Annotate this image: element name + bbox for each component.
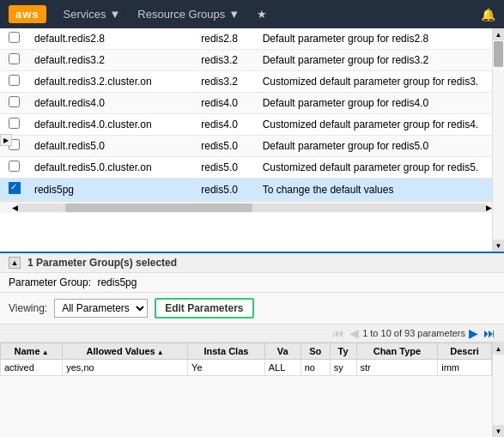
row-name: default.redis3.2 bbox=[29, 50, 196, 71]
prev-page-button[interactable]: ◀ bbox=[348, 326, 361, 340]
row-name: default.redis5.0.cluster.on bbox=[29, 157, 196, 179]
row-description: To change the default values bbox=[258, 179, 504, 201]
row-description: Default parameter group for redis2.8 bbox=[258, 28, 504, 50]
row-family: redis4.0 bbox=[196, 114, 257, 136]
row-checkbox[interactable] bbox=[9, 118, 20, 129]
column-header[interactable]: Descri bbox=[438, 343, 492, 360]
table-row[interactable]: default.redis5.0redis5.0Default paramete… bbox=[0, 136, 504, 157]
parameters-table: NameAllowed ValuesInsta ClasVaSoTyChan T… bbox=[0, 343, 492, 376]
checkbox-cell[interactable] bbox=[0, 157, 29, 179]
row-name: default.redis4.0.cluster.on bbox=[29, 114, 196, 136]
scroll-down-arrow[interactable]: ▼ bbox=[493, 240, 504, 252]
column-header[interactable]: Name bbox=[1, 343, 63, 360]
row-checkbox[interactable] bbox=[9, 161, 20, 172]
horizontal-scrollbar[interactable]: ◀ ▶ bbox=[0, 201, 504, 213]
bell-icon[interactable]: 🔔 bbox=[481, 8, 495, 21]
table-row[interactable]: default.redis3.2.cluster.onredis3.2Custo… bbox=[0, 71, 504, 93]
row-name: default.redis5.0 bbox=[29, 136, 196, 157]
row-checkbox[interactable] bbox=[9, 53, 20, 64]
resource-groups-menu[interactable]: Resource Groups ▼ bbox=[129, 0, 248, 28]
table-row[interactable]: redis5pgredis5.0To change the default va… bbox=[0, 179, 504, 201]
param-row[interactable]: activedyes,noYeALLnosystrimm bbox=[1, 360, 492, 376]
param-cell: yes,no bbox=[63, 360, 188, 376]
panel-collapse-button[interactable]: ▲ bbox=[9, 257, 21, 269]
params-table-area: NameAllowed ValuesInsta ClasVaSoTyChan T… bbox=[0, 343, 504, 437]
row-checkbox[interactable] bbox=[9, 32, 20, 43]
services-label: Services bbox=[64, 8, 106, 21]
params-range: 1 to 10 of 93 parameters bbox=[362, 328, 465, 338]
bottom-scroll-down[interactable]: ▼ bbox=[493, 425, 504, 437]
services-menu[interactable]: Services ▼ bbox=[55, 0, 130, 28]
group-name: redis5pg bbox=[97, 276, 137, 288]
param-cell: imm bbox=[438, 360, 492, 376]
bottom-panel-scrollbar[interactable]: ▲ ▼ bbox=[492, 343, 504, 437]
param-cell: actived bbox=[1, 360, 63, 376]
row-description: Default parameter group for redis5.0 bbox=[258, 136, 504, 157]
resource-groups-label: Resource Groups bbox=[137, 8, 225, 21]
table-row[interactable]: default.redis4.0redis4.0Default paramete… bbox=[0, 93, 504, 114]
scroll-up-arrow[interactable]: ▲ bbox=[493, 28, 504, 40]
checkbox-cell[interactable] bbox=[0, 28, 29, 50]
viewing-select[interactable]: All Parameters bbox=[54, 299, 148, 318]
checkbox-cell[interactable] bbox=[0, 114, 29, 136]
panel-header: ▲ 1 Parameter Group(s) selected bbox=[0, 253, 504, 273]
first-page-button[interactable]: ⏮ bbox=[331, 326, 346, 340]
param-cell: no bbox=[301, 360, 330, 376]
h-scroll-thumb bbox=[65, 203, 252, 212]
params-nav: ⏮ ◀ 1 to 10 of 93 parameters ▶ ⏭ bbox=[0, 325, 504, 343]
pin-icon: ★ bbox=[257, 8, 267, 21]
selection-count: 1 Parameter Group(s) selected bbox=[27, 257, 177, 269]
row-name: redis5pg bbox=[29, 179, 196, 201]
pin-button[interactable]: ★ bbox=[248, 0, 276, 28]
checkbox-cell[interactable] bbox=[0, 71, 29, 93]
row-family: redis5.0 bbox=[196, 157, 257, 179]
viewing-label: Viewing: bbox=[9, 302, 47, 314]
vertical-scrollbar-top[interactable]: ▲ ▼ bbox=[492, 28, 504, 252]
edit-parameters-button[interactable]: Edit Parameters bbox=[155, 298, 253, 319]
table-row[interactable]: default.redis3.2redis3.2Default paramete… bbox=[0, 50, 504, 71]
column-header[interactable]: Allowed Values bbox=[63, 343, 188, 360]
row-checkbox[interactable] bbox=[9, 96, 20, 107]
checked-checkbox[interactable] bbox=[9, 182, 21, 194]
row-description: Default parameter group for redis3.2 bbox=[258, 50, 504, 71]
column-header[interactable]: Chan Type bbox=[356, 343, 438, 360]
last-page-button[interactable]: ⏭ bbox=[482, 326, 497, 340]
row-description: Customized default parameter group for r… bbox=[258, 157, 504, 179]
h-scroll-track[interactable] bbox=[18, 203, 486, 212]
row-checkbox[interactable] bbox=[9, 75, 20, 86]
table-row[interactable]: default.redis2.8redis2.8Default paramete… bbox=[0, 28, 504, 50]
checkbox-cell[interactable] bbox=[0, 93, 29, 114]
bottom-panel: ▲ 1 Parameter Group(s) selected Paramete… bbox=[0, 252, 504, 437]
row-family: redis4.0 bbox=[196, 93, 257, 114]
resource-groups-chevron: ▼ bbox=[228, 8, 240, 21]
top-nav: aws Services ▼ Resource Groups ▼ ★ 🔔 bbox=[0, 0, 504, 28]
column-header[interactable]: So bbox=[301, 343, 330, 360]
inner-table-container: NameAllowed ValuesInsta ClasVaSoTyChan T… bbox=[0, 343, 492, 376]
next-page-button[interactable]: ▶ bbox=[467, 326, 480, 340]
row-family: redis5.0 bbox=[196, 136, 257, 157]
row-family: redis3.2 bbox=[196, 71, 257, 93]
services-chevron: ▼ bbox=[109, 8, 120, 21]
aws-logo: aws bbox=[9, 5, 46, 23]
bottom-scroll-up[interactable]: ▲ bbox=[493, 343, 504, 355]
row-name: default.redis4.0 bbox=[29, 93, 196, 114]
row-family: redis3.2 bbox=[196, 50, 257, 71]
panel-content: NameAllowed ValuesInsta ClasVaSoTyChan T… bbox=[0, 343, 492, 437]
checkbox-cell[interactable] bbox=[0, 50, 29, 71]
checkbox-cell[interactable] bbox=[0, 179, 29, 201]
row-description: Customized default parameter group for r… bbox=[258, 71, 504, 93]
column-header[interactable]: Ty bbox=[330, 343, 356, 360]
table-row[interactable]: default.redis4.0.cluster.onredis4.0Custo… bbox=[0, 114, 504, 136]
column-header[interactable]: Insta Clas bbox=[188, 343, 265, 360]
viewing-row: Viewing: All Parameters Edit Parameters bbox=[0, 293, 504, 325]
param-cell: ALL bbox=[264, 360, 301, 376]
param-cell: sy bbox=[330, 360, 356, 376]
column-header[interactable]: Va bbox=[264, 343, 301, 360]
table-row[interactable]: default.redis5.0.cluster.onredis5.0Custo… bbox=[0, 157, 504, 179]
row-description: Default parameter group for redis4.0 bbox=[258, 93, 504, 114]
parameter-groups-table: default.redis2.8redis2.8Default paramete… bbox=[0, 28, 504, 201]
row-family: redis2.8 bbox=[196, 28, 257, 50]
row-name: default.redis3.2.cluster.on bbox=[29, 71, 196, 93]
expand-arrow[interactable]: ▶ bbox=[0, 134, 12, 146]
row-name: default.redis2.8 bbox=[29, 28, 196, 50]
